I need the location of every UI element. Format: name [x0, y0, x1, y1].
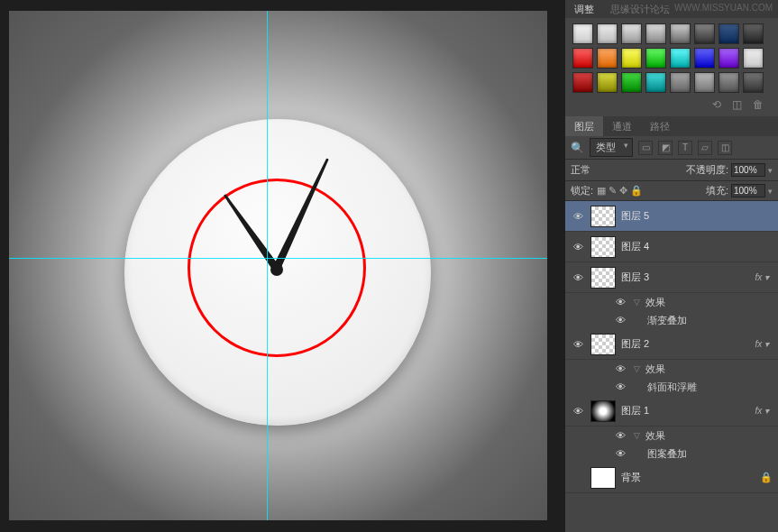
fx-badge[interactable]: fx ▾	[755, 339, 773, 349]
layer-thumbnail[interactable]	[590, 334, 616, 355]
visibility-toggle-icon[interactable]: 👁	[616, 448, 628, 459]
reset-icon[interactable]: ⟲	[712, 98, 721, 111]
fx-badge[interactable]: fx ▾	[755, 272, 773, 282]
visibility-toggle-icon[interactable]: 👁	[616, 430, 628, 441]
filter-smart-icon[interactable]: ◫	[718, 141, 732, 155]
layer-thumbnail[interactable]	[590, 467, 616, 489]
style-swatch[interactable]	[572, 72, 593, 93]
tab-adjustments[interactable]: 调整	[574, 3, 594, 16]
layer-item[interactable]: 👁图层 4	[565, 232, 778, 262]
layer-name[interactable]: 图层 1	[621, 404, 749, 417]
layer-effect-item[interactable]: 👁▽效果	[565, 360, 778, 378]
fx-badge[interactable]: fx ▾	[755, 406, 773, 416]
layer-item[interactable]: 背景🔒	[565, 463, 778, 493]
style-swatch[interactable]	[572, 48, 593, 69]
blend-mode-dropdown[interactable]: 正常	[571, 163, 638, 177]
filter-pixel-icon[interactable]: ▭	[638, 141, 653, 155]
fill-input[interactable]	[731, 184, 765, 197]
layer-panel-tabs: 图层 通道 路径	[565, 116, 778, 136]
layer-thumbnail[interactable]	[590, 236, 616, 258]
tab-layers[interactable]: 图层	[565, 116, 603, 137]
collapse-arrow-icon[interactable]: ▽	[634, 298, 640, 307]
filter-type-dropdown[interactable]: 类型	[590, 138, 633, 157]
trash-icon[interactable]: 🗑	[753, 98, 764, 111]
effect-name: 效果	[645, 429, 665, 443]
layer-effect-item[interactable]: 👁图案叠加	[565, 445, 778, 463]
layer-filter-row: 🔍 类型 ▭ ◩ T ▱ ◫	[565, 136, 778, 160]
style-swatch[interactable]	[645, 23, 666, 44]
visibility-toggle-icon[interactable]: 👁	[571, 406, 585, 417]
style-swatch[interactable]	[694, 48, 715, 69]
chevron-down-icon[interactable]: ▾	[768, 187, 773, 196]
layer-effect-item[interactable]: 👁渐变叠加	[565, 311, 778, 329]
style-swatch[interactable]	[621, 48, 642, 69]
style-swatch[interactable]	[572, 23, 593, 44]
adjustments-tab-bar: 调整 思缘设计论坛 WWW.MISSYUAN.COM	[565, 0, 778, 18]
visibility-toggle-icon[interactable]: 👁	[616, 381, 628, 392]
layer-item[interactable]: 👁图层 1fx ▾	[565, 396, 778, 427]
layer-name[interactable]: 图层 4	[621, 240, 773, 253]
layers-list: 👁图层 5👁图层 4👁图层 3fx ▾👁▽效果👁渐变叠加👁图层 2fx ▾👁▽效…	[565, 201, 778, 532]
style-swatch[interactable]	[719, 72, 739, 93]
style-swatch[interactable]	[645, 48, 666, 69]
lock-all-icon[interactable]: 🔒	[630, 185, 643, 197]
filter-adjust-icon[interactable]: ◩	[658, 141, 673, 155]
layer-item[interactable]: 👁图层 5	[565, 201, 778, 232]
layer-thumbnail[interactable]	[590, 400, 616, 422]
guide-horizontal[interactable]	[9, 258, 547, 259]
visibility-toggle-icon[interactable]: 👁	[616, 297, 628, 307]
layer-item[interactable]: 👁图层 2fx ▾	[565, 329, 778, 360]
opacity-input[interactable]	[731, 163, 765, 177]
guide-vertical[interactable]	[267, 11, 268, 520]
tab-paths[interactable]: 路径	[641, 116, 679, 137]
style-swatch[interactable]	[694, 23, 715, 44]
layer-name[interactable]: 图层 2	[621, 337, 749, 351]
style-swatch[interactable]	[597, 72, 618, 93]
filter-text-icon[interactable]: T	[678, 141, 692, 155]
style-swatch[interactable]	[597, 48, 618, 69]
visibility-toggle-icon[interactable]: 👁	[571, 211, 585, 222]
filter-shape-icon[interactable]: ▱	[698, 141, 712, 155]
fill-label: 填充:	[706, 184, 728, 197]
visibility-toggle-icon[interactable]: 👁	[571, 272, 585, 283]
style-swatch[interactable]	[719, 23, 739, 44]
layer-name[interactable]: 背景	[621, 471, 755, 484]
visibility-toggle-icon[interactable]: 👁	[571, 339, 585, 350]
style-swatch[interactable]	[743, 23, 764, 44]
style-swatch[interactable]	[670, 72, 691, 93]
style-swatch[interactable]	[743, 72, 764, 93]
canvas-content[interactable]	[9, 11, 547, 520]
layer-thumbnail[interactable]	[590, 267, 616, 289]
visibility-toggle-icon[interactable]: 👁	[616, 315, 628, 326]
lock-position-icon[interactable]: ✥	[619, 185, 627, 197]
visibility-toggle-icon[interactable]: 👁	[571, 242, 585, 252]
new-icon[interactable]: ◫	[732, 98, 742, 111]
style-swatch[interactable]	[621, 72, 642, 93]
style-swatch[interactable]	[694, 72, 715, 93]
layer-effect-item[interactable]: 👁▽效果	[565, 427, 778, 445]
lock-pixels-icon[interactable]: ✎	[609, 185, 617, 197]
style-swatch[interactable]	[670, 48, 691, 69]
layer-name[interactable]: 图层 3	[621, 271, 749, 284]
style-swatch[interactable]	[719, 48, 739, 69]
layer-thumbnail[interactable]	[590, 206, 616, 227]
layer-effect-item[interactable]: 👁▽效果	[565, 293, 778, 311]
effect-name: 效果	[645, 296, 665, 309]
style-swatch[interactable]	[621, 23, 642, 44]
chevron-down-icon[interactable]: ▾	[768, 166, 773, 175]
effect-name: 图案叠加	[647, 447, 687, 461]
canvas-area[interactable]	[0, 0, 565, 532]
layer-name[interactable]: 图层 5	[621, 209, 773, 223]
collapse-arrow-icon[interactable]: ▽	[634, 431, 640, 440]
watermark-url: WWW.MISSYUAN.COM	[674, 3, 773, 13]
visibility-toggle-icon[interactable]: 👁	[616, 363, 628, 374]
style-swatch[interactable]	[743, 48, 764, 69]
layer-item[interactable]: 👁图层 3fx ▾	[565, 262, 778, 293]
layer-effect-item[interactable]: 👁斜面和浮雕	[565, 378, 778, 396]
tab-channels[interactable]: 通道	[603, 116, 641, 137]
lock-transparency-icon[interactable]: ▦	[597, 185, 606, 197]
style-swatch[interactable]	[645, 72, 666, 93]
style-swatch[interactable]	[670, 23, 691, 44]
collapse-arrow-icon[interactable]: ▽	[634, 364, 640, 373]
style-swatch[interactable]	[597, 23, 618, 44]
